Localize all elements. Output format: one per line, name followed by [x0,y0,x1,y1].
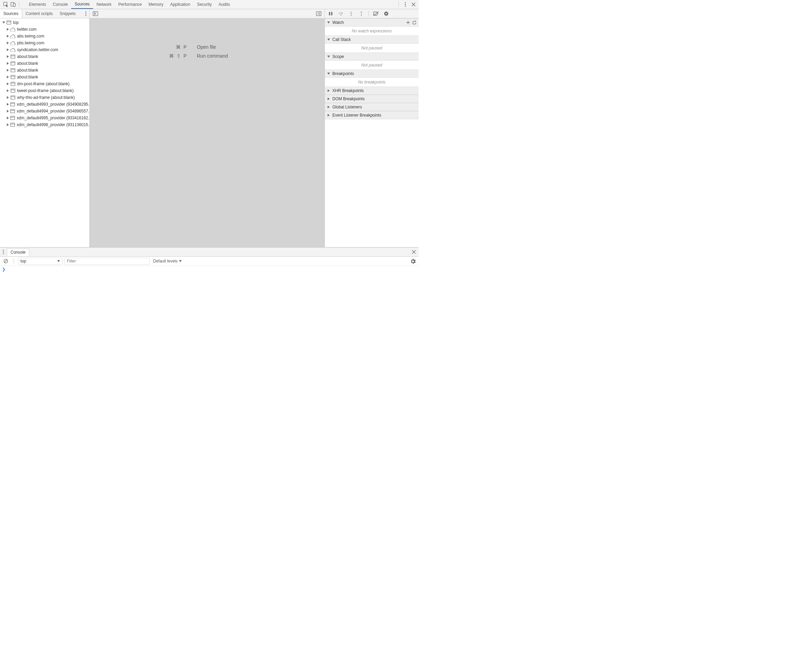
debugger-toolbar [325,9,418,18]
step-over-icon[interactable] [337,10,345,17]
tree-item[interactable]: xdm_default4993_provider (934908295… [0,101,89,108]
disclosure-right-icon[interactable] [6,116,9,120]
navigator-tab-snippets[interactable]: Snippets [56,9,79,18]
breakpoints-section-header[interactable]: Breakpoints [325,70,418,78]
shortcut-keys: ⌘ P [149,44,197,50]
callstack-section-header[interactable]: Call Stack [325,35,418,44]
panel-tab-application[interactable]: Application [167,0,194,9]
console-settings-icon[interactable] [409,257,417,265]
tree-item[interactable]: abs.twimg.com [0,33,89,40]
tree-item[interactable]: xdm_default4995_provider (933416162… [0,114,89,121]
tree-item-label: about:blank [17,68,38,73]
console-drawer-tab[interactable]: Console [7,249,29,256]
disclosure-right-icon[interactable] [6,55,9,58]
file-tree[interactable]: top twitter.comabs.twimg.compbs.twimg.co… [0,18,89,247]
debugger-sidebar: Watch No watch expressions Call Stack No… [325,9,418,247]
log-levels-selector[interactable]: Default levels [153,259,182,264]
panel-tab-security[interactable]: Security [194,0,215,9]
svg-line-52 [5,260,7,262]
disclosure-right-icon[interactable] [6,34,9,38]
panel-tab-sources[interactable]: Sources [71,0,93,9]
svg-rect-27 [11,110,15,113]
drawer-more-icon[interactable] [0,250,7,254]
tree-item[interactable]: pbs.twimg.com [0,40,89,46]
scope-section-header[interactable]: Scope [325,52,418,61]
separator [398,2,399,7]
svg-rect-25 [11,102,15,106]
pause-icon[interactable] [327,10,334,17]
svg-point-3 [405,2,406,3]
section-title: Breakpoints [332,71,417,76]
panel-tab-audits[interactable]: Audits [215,0,233,9]
svg-point-49 [3,252,4,253]
navigator-tab-sources[interactable]: Sources [0,9,22,18]
watch-section-body: No watch expressions [325,27,418,35]
disclosure-right-icon[interactable] [6,27,9,31]
panel-tab-performance[interactable]: Performance [115,0,145,9]
frame-icon [10,81,16,86]
frame-icon [10,75,16,79]
step-out-icon[interactable] [357,10,365,17]
disclosure-right-icon[interactable] [6,89,9,92]
panel-tab-network[interactable]: Network [93,0,115,9]
tree-item[interactable]: dm-post-iframe (about:blank) [0,81,89,87]
disclosure-right-icon[interactable] [6,75,9,79]
watch-section-header[interactable]: Watch [325,18,418,27]
section-title: Watch [332,20,406,25]
disclosure-down-icon[interactable] [2,21,5,24]
xhr-breakpoints-header[interactable]: XHR Breakpoints [325,87,418,95]
context-selector[interactable]: top [18,258,63,264]
close-drawer-icon[interactable] [409,250,418,254]
close-devtools-icon[interactable] [410,1,417,8]
tree-item[interactable]: about:blank [0,67,89,74]
tree-item[interactable]: tweet-post-iframe (about:blank) [0,87,89,94]
separator [19,2,20,7]
disclosure-right-icon[interactable] [6,123,9,127]
console-prompt[interactable]: ❯ [0,266,418,273]
navigator-more-icon[interactable] [82,11,89,16]
tree-item[interactable]: twitter.com [0,26,89,33]
pause-on-exceptions-icon[interactable] [383,10,390,17]
tree-item[interactable]: about:blank [0,60,89,67]
tree-item[interactable]: syndication.twitter.com [0,46,89,53]
tree-item[interactable]: why-this-ad-frame (about:blank) [0,94,89,101]
more-options-icon[interactable] [401,1,409,8]
frame-icon [10,54,16,59]
tree-root[interactable]: top [0,19,89,26]
step-into-icon[interactable] [347,10,355,17]
global-listeners-header[interactable]: Global Listeners [325,103,418,111]
disclosure-right-icon[interactable] [6,62,9,65]
disclosure-right-icon[interactable] [6,69,9,72]
svg-rect-17 [11,75,15,79]
tree-item[interactable]: about:blank [0,53,89,60]
cloud-icon [10,41,16,45]
toggle-debugger-icon[interactable] [315,10,322,17]
deactivate-breakpoints-icon[interactable] [372,10,380,17]
disclosure-right-icon[interactable] [6,110,9,113]
panel-tab-memory[interactable]: Memory [145,0,167,9]
editor-placeholder: ⌘ P Open file ⌘ ⇧ P Run command [90,18,325,247]
clear-console-icon[interactable] [2,257,9,265]
tree-item[interactable]: xdm_default4996_provider (931136015… [0,121,89,128]
dom-breakpoints-header[interactable]: DOM Breakpoints [325,95,418,103]
add-watch-icon[interactable] [406,20,410,25]
inspect-element-icon[interactable] [2,1,9,8]
panel-tab-elements[interactable]: Elements [26,0,49,9]
refresh-watch-icon[interactable] [412,20,417,25]
tree-item[interactable]: about:blank [0,74,89,81]
toggle-navigator-icon[interactable] [92,10,99,17]
disclosure-right-icon[interactable] [6,82,9,85]
tree-item-label: xdm_default4995_provider (933416162… [17,116,89,121]
console-filter-input[interactable] [64,258,150,264]
disclosure-right-icon[interactable] [6,41,9,45]
tree-item-label: pbs.twimg.com [17,41,44,45]
disclosure-right-icon[interactable] [6,96,9,99]
navigator-tab-content-scripts[interactable]: Content scripts [22,9,56,18]
disclosure-right-icon [327,97,330,101]
tree-item[interactable]: xdm_default4994_provider (934896557… [0,108,89,114]
disclosure-right-icon[interactable] [6,102,9,106]
event-listener-breakpoints-header[interactable]: Event Listener Breakpoints [325,111,418,119]
device-toolbar-icon[interactable] [9,1,17,8]
panel-tab-console[interactable]: Console [49,0,71,9]
disclosure-right-icon[interactable] [6,48,9,52]
